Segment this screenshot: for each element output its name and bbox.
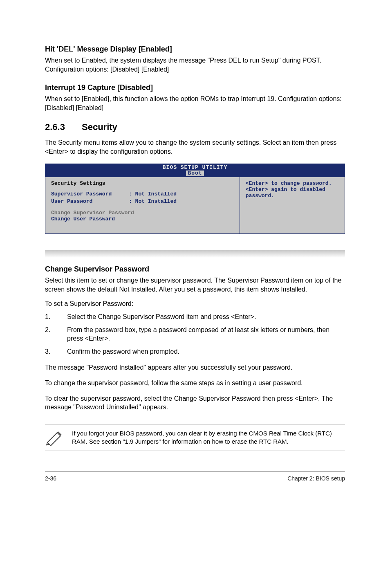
bios-fade-gradient: [45, 250, 345, 258]
footer-chapter: Chapter 2: BIOS setup: [287, 475, 345, 482]
section-number: 2.6.3: [45, 122, 82, 132]
step-text: Select the Change Supervisor Password it…: [67, 312, 256, 321]
bios-row-value: : Not Installed: [129, 198, 177, 204]
paragraph-to-clear: To clear the supervisor password, select…: [45, 394, 345, 412]
heading-interrupt-19: Interrupt 19 Capture [Disabled]: [45, 83, 345, 92]
bios-section-heading: Security Settings: [51, 180, 234, 186]
bios-title-text: BIOS SETUP UTILITY: [163, 164, 227, 171]
heading-section-263: 2.6.3Security: [45, 122, 345, 132]
paragraph-to-set: To set a Supervisor Password:: [45, 299, 345, 308]
paragraph-to-change: To change the supervisor password, follo…: [45, 379, 345, 388]
step-number: 1.: [45, 312, 67, 321]
bios-row-label: Supervisor Password: [51, 191, 129, 198]
bios-menu-change-user: Change User Passward: [51, 216, 234, 222]
step-number: 2.: [45, 325, 67, 343]
heading-hit-del: Hit 'DEL' Message Display [Enabled]: [45, 45, 345, 54]
paragraph-after-set: The message "Password Installed" appears…: [45, 363, 345, 372]
steps-list: 1.Select the Change Supervisor Password …: [45, 312, 345, 356]
bios-row-user: User Password: Not Installed: [51, 198, 234, 205]
bios-row-value: : Not Installed: [129, 191, 177, 197]
list-item: 3.Confirm the password when prompted.: [45, 347, 345, 356]
bios-left-pane: Security Settings Supervisor Password: N…: [45, 177, 240, 233]
step-number: 3.: [45, 347, 67, 356]
heading-change-supervisor: Change Supervisor Password: [45, 265, 345, 274]
note-callout: If you forgot your BIOS password, you ca…: [45, 424, 345, 451]
step-text: From the password box, type a password c…: [67, 325, 345, 343]
bios-help-pane: <Enter> to change password. <Enter> agai…: [240, 177, 345, 233]
bios-row-label: User Password: [51, 198, 129, 205]
note-text: If you forgot your BIOS password, you ca…: [72, 429, 344, 446]
note-pencil-icon: [46, 429, 65, 446]
section-title: Security: [82, 122, 117, 132]
bios-tab-boot: Boot: [186, 171, 204, 176]
paragraph-change-super: Select this item to set or change the su…: [45, 276, 345, 294]
paragraph-hit-del: When set to Enabled, the system displays…: [45, 56, 345, 74]
footer-page-number: 2-36: [45, 475, 56, 482]
bios-menu-change-supervisor: Change Supervisor Password: [51, 210, 234, 216]
bios-titlebar: BIOS SETUP UTILITY Boot: [45, 164, 345, 177]
list-item: 2.From the password box, type a password…: [45, 325, 345, 343]
paragraph-security-intro: The Security menu items allow you to cha…: [45, 138, 345, 156]
list-item: 1.Select the Change Supervisor Password …: [45, 312, 345, 321]
page-footer: 2-36 Chapter 2: BIOS setup: [45, 471, 345, 482]
paragraph-interrupt-19: When set to [Enabled], this function all…: [45, 94, 345, 112]
bios-screenshot: BIOS SETUP UTILITY Boot Security Setting…: [45, 164, 345, 234]
step-text: Confirm the password when prompted.: [67, 347, 179, 356]
bios-row-supervisor: Supervisor Password: Not Installed: [51, 191, 234, 198]
